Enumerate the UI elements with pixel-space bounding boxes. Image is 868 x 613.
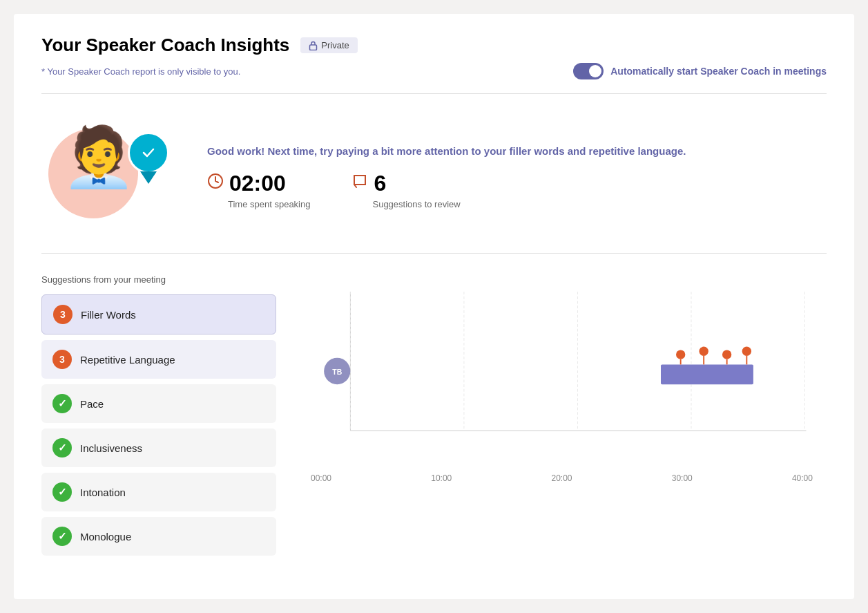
subheader-note: * Your Speaker Coach report is only visi…	[41, 66, 240, 77]
lock-icon	[309, 41, 318, 50]
stat-time-value-row: 02:00	[207, 171, 286, 196]
suggestion-item-intonation[interactable]: Intonation	[41, 473, 276, 511]
stat-time-label: Time spent speaking	[207, 199, 310, 209]
stat-suggestions-value: 6	[374, 171, 386, 196]
svg-point-17	[722, 350, 731, 359]
illustration: 🧑‍💼	[41, 122, 180, 232]
svg-text:TB: TB	[332, 368, 342, 376]
x-label-4: 40:00	[792, 473, 813, 483]
chart-x-labels: 00:00 10:00 20:00 30:00 40:00	[311, 471, 813, 486]
suggestion-label-repetitive-language: Repetitive Language	[80, 354, 175, 366]
main-content: Suggestions from your meeting 3 Filler W…	[41, 274, 827, 561]
suggestion-label-intonation: Intonation	[80, 487, 126, 498]
svg-point-19	[742, 347, 751, 356]
stat-suggestions: 6 Suggestions to review	[351, 171, 460, 209]
feedback-text: Good work! Next time, try paying a bit m…	[207, 145, 827, 157]
suggestion-label-monologue: Monologue	[80, 531, 131, 543]
page-container: Your Speaker Coach Insights Private * Yo…	[14, 14, 854, 599]
suggestion-item-pace[interactable]: Pace	[41, 384, 276, 423]
stats-row: 02:00 Time spent speaking 6	[207, 171, 827, 209]
chart-area: TB	[311, 274, 813, 496]
ribbon-decoration	[140, 171, 157, 184]
suggestions-section-title: Suggestions from your meeting	[41, 274, 276, 285]
svg-rect-0	[310, 45, 317, 50]
suggestion-label-pace: Pace	[80, 398, 104, 410]
auto-start-label: Automatically start Speaker Coach in mee…	[610, 66, 827, 77]
page-title: Your Speaker Coach Insights	[41, 35, 289, 56]
page-header: Your Speaker Coach Insights Private	[41, 35, 827, 56]
subheader-row: * Your Speaker Coach report is only visi…	[41, 63, 827, 79]
chart-panel: TB	[276, 274, 827, 561]
badge-inclusiveness	[52, 438, 72, 458]
main-divider	[41, 93, 827, 94]
clock-icon	[207, 173, 224, 194]
badge-intonation	[52, 482, 72, 502]
badge-filler-words: 3	[53, 305, 73, 324]
badge-repetitive-language: 3	[52, 350, 72, 369]
suggestion-item-monologue[interactable]: Monologue	[41, 517, 276, 556]
suggestion-item-filler-words[interactable]: 3 Filler Words	[41, 294, 276, 334]
x-label-0: 00:00	[311, 473, 331, 483]
private-badge: Private	[300, 37, 357, 53]
auto-start-toggle[interactable]	[573, 63, 604, 79]
suggestion-label-inclusiveness: Inclusiveness	[80, 442, 142, 454]
private-label: Private	[321, 40, 349, 50]
auto-start-row: Automatically start Speaker Coach in mee…	[573, 63, 827, 79]
summary-section: 🧑‍💼 Good work! Next time, try paying a b…	[41, 108, 827, 254]
chat-icon	[351, 173, 368, 194]
stat-suggestions-value-row: 6	[351, 171, 386, 196]
stat-time-value: 02:00	[229, 171, 286, 196]
stat-suggestions-label: Suggestions to review	[351, 199, 460, 209]
svg-point-15	[699, 347, 708, 356]
illustration-badge	[128, 132, 169, 173]
suggestion-item-repetitive-language[interactable]: 3 Repetitive Language	[41, 340, 276, 379]
badge-pace	[52, 394, 72, 413]
suggestions-panel: Suggestions from your meeting 3 Filler W…	[41, 274, 276, 561]
badge-check-icon	[138, 142, 159, 163]
badge-monologue	[52, 527, 72, 546]
svg-rect-12	[661, 364, 753, 384]
summary-content: Good work! Next time, try paying a bit m…	[207, 145, 827, 209]
stat-time: 02:00 Time spent speaking	[207, 171, 310, 209]
svg-point-1	[139, 144, 157, 162]
suggestion-item-inclusiveness[interactable]: Inclusiveness	[41, 428, 276, 467]
auto-start-link[interactable]: in meetings	[773, 66, 827, 77]
suggestion-label-filler-words: Filler Words	[81, 309, 136, 321]
timeline-chart: TB	[311, 274, 813, 468]
x-label-1: 10:00	[431, 473, 452, 483]
x-label-3: 30:00	[672, 473, 693, 483]
illustration-figure: 🧑‍💼	[62, 127, 135, 186]
svg-point-13	[676, 350, 685, 359]
toggle-knob	[589, 65, 601, 77]
x-label-2: 20:00	[551, 473, 572, 483]
